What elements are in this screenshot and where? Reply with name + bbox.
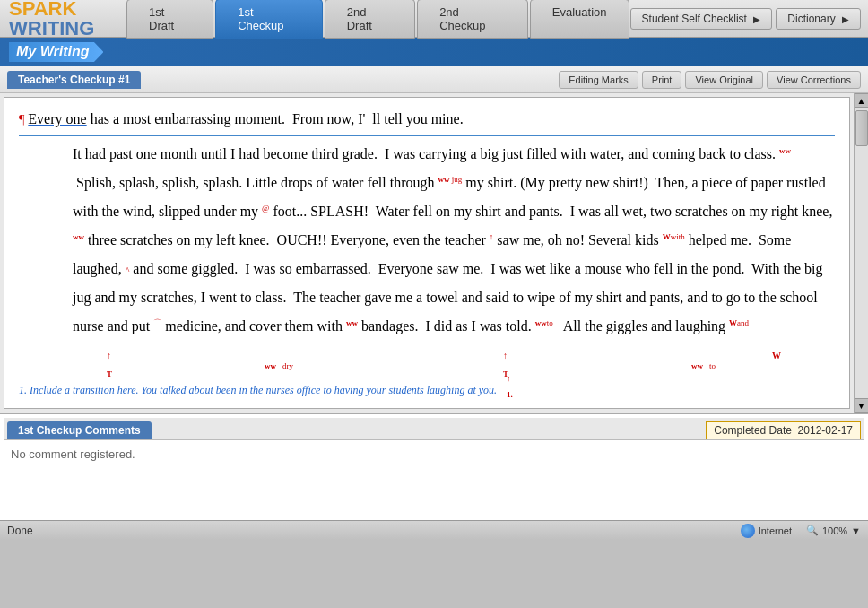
print-button[interactable]: Print xyxy=(642,71,682,89)
tab-evaluation[interactable]: Evaluation xyxy=(530,0,629,39)
editing-marks-button[interactable]: Editing Marks xyxy=(559,71,638,89)
dictionary-arrow-icon: ▶ xyxy=(842,14,849,24)
my-writing-bar: My Writing xyxy=(0,38,868,66)
student-self-checklist-button[interactable]: Student Self Checklist ▶ xyxy=(630,8,773,30)
globe-icon xyxy=(741,524,755,538)
scroll-down-button[interactable]: ▼ xyxy=(855,398,869,413)
scroll-thumb[interactable] xyxy=(855,110,868,146)
status-zoom: 🔍 100% ▼ xyxy=(806,525,861,536)
my-writing-label: My Writing xyxy=(9,42,103,62)
completed-date: Completed Date 2012-02-17 xyxy=(706,421,861,439)
comments-body: No comment registered. xyxy=(4,440,864,468)
view-original-button[interactable]: View Original xyxy=(685,71,763,89)
zoom-label: 🔍 xyxy=(806,525,819,536)
status-bar: Done Internet 🔍 100% ▼ xyxy=(0,520,868,540)
content-wrapper: ¶ Every one has a most embarrassing mome… xyxy=(0,93,868,520)
logo-writing: WRITING xyxy=(9,17,94,39)
tab-2nd-draft[interactable]: 2nd Draft xyxy=(325,0,415,39)
dictionary-button[interactable]: Dictionary ▶ xyxy=(776,8,861,30)
tab-1st-checkup[interactable]: 1st Checkup xyxy=(215,0,322,39)
status-done-text: Done xyxy=(7,525,33,537)
scroll-track[interactable] xyxy=(855,108,868,398)
tabs-area: 1st Draft 1st Checkup 2nd Draft 2nd Chec… xyxy=(126,0,630,39)
logo: SPARK WRITING xyxy=(9,0,94,39)
comments-header-label: 1st Checkup Comments xyxy=(7,421,152,439)
tab-2nd-checkup[interactable]: 2nd Checkup xyxy=(417,0,528,39)
tab-1st-draft[interactable]: 1st Draft xyxy=(126,0,213,39)
logo-area: SPARK WRITING xyxy=(0,0,126,42)
zoom-dropdown-icon[interactable]: ▼ xyxy=(851,525,861,536)
essay-area[interactable]: ¶ Every one has a most embarrassing mome… xyxy=(4,97,850,409)
essay-text: ¶ Every one has a most embarrassing mome… xyxy=(19,105,835,401)
teacher-footnote: 1. Include a transition here. You talked… xyxy=(19,379,835,401)
comments-section: 1st Checkup Comments Completed Date 2012… xyxy=(0,413,868,520)
view-corrections-button[interactable]: View Corrections xyxy=(767,71,861,89)
status-internet: Internet xyxy=(741,524,792,538)
scrollbar[interactable]: ▲ ▼ xyxy=(854,93,868,413)
scroll-up-button[interactable]: ▲ xyxy=(855,93,869,108)
right-buttons: Student Self Checklist ▶ Dictionary ▶ xyxy=(630,8,868,30)
teacher-checkup-label: Teacher's Checkup #1 xyxy=(7,71,141,89)
toolbar: Teacher's Checkup #1 Editing Marks Print… xyxy=(0,66,868,93)
top-nav: SPARK WRITING 1st Draft 1st Checkup 2nd … xyxy=(0,0,868,38)
checklist-arrow-icon: ▶ xyxy=(753,14,760,24)
